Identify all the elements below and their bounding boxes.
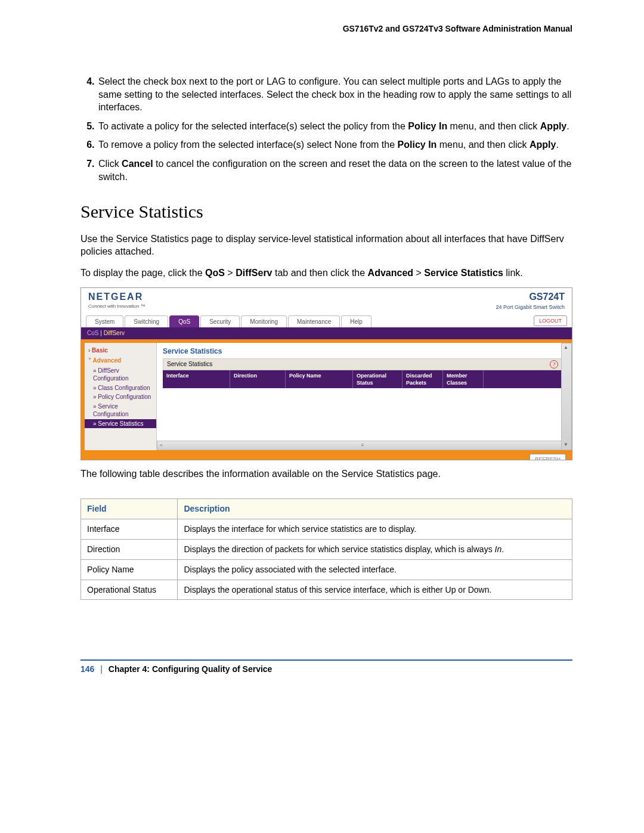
refresh-button[interactable]: REFRESH bbox=[530, 454, 566, 461]
th-field: Field bbox=[81, 499, 178, 519]
intro-paragraph: Use the Service Statistics page to displ… bbox=[80, 233, 572, 258]
th-description: Description bbox=[178, 499, 572, 519]
sidebar: › Basic ˅ Advanced » DiffServ Configurat… bbox=[85, 343, 157, 450]
chapter-label: Chapter 4: Configuring Quality of Servic… bbox=[109, 664, 273, 674]
page-footer: 146 | Chapter 4: Configuring Quality of … bbox=[80, 659, 572, 674]
tab-system[interactable]: System bbox=[86, 315, 123, 328]
table-row: Policy Name Displays the policy associat… bbox=[81, 559, 572, 580]
panel-subheader: Service Statistics ? bbox=[163, 358, 562, 370]
section-heading: Service Statistics bbox=[80, 200, 572, 224]
help-icon[interactable]: ? bbox=[550, 360, 558, 368]
main-panel: Service Statistics Service Statistics ? … bbox=[157, 343, 568, 450]
tab-security[interactable]: Security bbox=[200, 315, 240, 328]
netgear-logo: NETGEAR Connect with Innovation ™ bbox=[88, 290, 145, 309]
col-interface: Interface bbox=[163, 370, 230, 388]
main-tabs-row: System Switching QoS Security Monitoring… bbox=[81, 314, 572, 327]
col-policy-name: Policy Name bbox=[286, 370, 353, 388]
navigation-paragraph: To display the page, click the QoS > Dif… bbox=[80, 267, 572, 280]
page-number: 146 bbox=[80, 664, 94, 674]
tab-help[interactable]: Help bbox=[341, 315, 371, 328]
sidebar-item-service-config[interactable]: » Service Configuration bbox=[85, 402, 156, 419]
table-row: Operational Status Displays the operatio… bbox=[81, 580, 572, 600]
subtab-cos[interactable]: CoS bbox=[87, 330, 98, 336]
after-screenshot-text: The following table describes the inform… bbox=[80, 467, 572, 481]
tab-switching[interactable]: Switching bbox=[125, 315, 168, 328]
tab-monitoring[interactable]: Monitoring bbox=[241, 315, 287, 328]
col-discarded-packets: Discarded Packets bbox=[402, 370, 443, 388]
stats-table-header: Interface Direction Policy Name Operatio… bbox=[163, 370, 562, 388]
panel-title: Service Statistics bbox=[163, 346, 562, 356]
sidebar-item-policy-config[interactable]: » Policy Configuration bbox=[85, 392, 156, 402]
sidebar-item-class-config[interactable]: » Class Configuration bbox=[85, 383, 156, 393]
step-4-text: Select the check box next to the port or… bbox=[98, 76, 571, 112]
sidebar-advanced[interactable]: ˅ Advanced bbox=[85, 355, 156, 366]
step-7: Click Cancel to cancel the configuration… bbox=[97, 157, 572, 183]
horizontal-scrollbar[interactable]: < ≡ > bbox=[157, 441, 568, 450]
vertical-scrollbar[interactable] bbox=[561, 343, 572, 450]
tab-qos[interactable]: QoS bbox=[169, 315, 199, 328]
sidebar-basic[interactable]: › Basic bbox=[85, 345, 156, 356]
table-row: Direction Displays the direction of pack… bbox=[81, 539, 572, 559]
model-label: GS724T 24 Port Gigabit Smart Switch bbox=[496, 290, 565, 311]
step-4: Select the check box next to the port or… bbox=[97, 75, 572, 114]
logout-button[interactable]: LOGOUT bbox=[534, 315, 567, 326]
col-direction: Direction bbox=[230, 370, 286, 388]
table-row: Interface Displays the interface for whi… bbox=[81, 519, 572, 539]
embedded-screenshot: NETGEAR Connect with Innovation ™ GS724T… bbox=[80, 287, 572, 460]
running-header: GS716Tv2 and GS724Tv3 Software Administr… bbox=[80, 24, 572, 33]
sidebar-item-service-statistics[interactable]: » Service Statistics bbox=[85, 419, 156, 429]
col-operational-status: Operational Status bbox=[353, 370, 402, 388]
sub-tabs-row: CoS | DiffServ bbox=[81, 327, 572, 339]
col-member-classes: Member Classes bbox=[443, 370, 484, 388]
field-description-table: Field Description Interface Displays the… bbox=[80, 498, 572, 600]
step-6: To remove a policy from the selected int… bbox=[97, 138, 572, 151]
tab-maintenance[interactable]: Maintenance bbox=[288, 315, 340, 328]
step-5: To activate a policy for the selected in… bbox=[97, 120, 572, 133]
sidebar-item-diffserv-config[interactable]: » DiffServ Configuration bbox=[85, 366, 156, 383]
instruction-steps: Select the check box next to the port or… bbox=[80, 75, 572, 183]
subtab-diffserv[interactable]: DiffServ bbox=[104, 330, 125, 336]
